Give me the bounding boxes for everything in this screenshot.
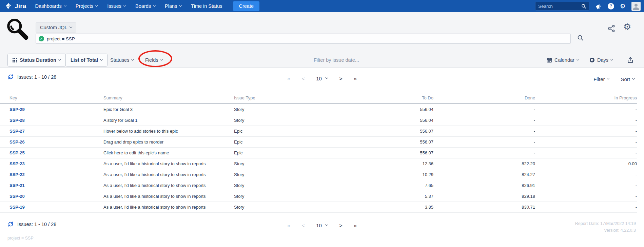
in-progress-value-cell: - [535,180,637,191]
filter-dropdown[interactable]: Filter [593,76,609,82]
jira-brand[interactable]: Jira [5,2,26,10]
time-unit-button[interactable]: Days [589,54,613,66]
done-value-cell: - [433,136,535,147]
in-progress-value-cell: 0.00 [535,158,637,169]
help-icon[interactable]: ? [608,3,614,10]
search-icon[interactable] [581,4,586,9]
chevron-down-icon [326,223,328,226]
jql-echo-label: project = SSP [7,236,34,241]
last-page-button[interactable]: » [354,223,357,228]
prev-page-button[interactable]: < [301,223,305,228]
jql-input-wrap: ✓ [36,34,571,44]
chevron-down-icon [95,4,98,6]
report-date-label: Report Date: 17/Mar/2022 14:19 [575,220,636,227]
issue-key-link[interactable]: SSP-29 [9,107,25,112]
in-progress-value-cell: - [535,169,637,180]
user-avatar[interactable] [631,2,641,11]
prev-page-button[interactable]: < [301,76,305,81]
to-do-value-cell: 7.65 [336,180,433,191]
settings-gear-icon[interactable]: ⚙ [620,3,626,10]
pagination-bottom: « < 10 > » [287,223,357,228]
column-header-key: Key [0,93,103,104]
chevron-down-icon [123,4,126,6]
list-of-total-button[interactable]: List of Total [65,54,108,66]
table-row: SSP-22 As a user, I'd like a historical … [0,169,637,180]
fields-button[interactable]: Fields [145,54,163,66]
first-page-button[interactable]: « [287,223,290,228]
issues-count-bar-bottom: Issues: 1 - 10 / 28 [7,221,56,227]
nav-item-time-in-status[interactable]: Time in Status [191,3,222,9]
nav-item-dashboards[interactable]: Dashboards [35,3,66,9]
report-type-button[interactable]: Status Duration [7,54,66,66]
calendar-button[interactable]: Calendar [547,54,579,66]
issue-key-link[interactable]: SSP-26 [9,139,25,145]
announcements-megaphone-icon[interactable] [595,3,602,10]
chevron-down-icon [131,58,134,60]
nav-item-issues[interactable]: Issues [107,3,126,9]
issue-key-link[interactable]: SSP-21 [9,183,25,188]
column-header-done: Done [433,93,535,104]
nav-search-input[interactable] [538,4,579,9]
issue-key-link[interactable]: SSP-20 [9,194,25,199]
to-do-value-cell: 5.37 [336,191,433,202]
jql-input[interactable] [47,36,568,41]
table-row: SSP-26 Drag and drop epics to reorder Ep… [0,136,637,147]
statuses-button[interactable]: Statuses [110,54,134,66]
issue-type-cell: Story [234,169,336,180]
refresh-icon[interactable] [7,74,14,80]
nav-search-box[interactable] [535,2,589,11]
to-do-value-cell: 3.85 [336,202,433,212]
report-content: Issues: 1 - 10 / 28 « < 10 > » Filter So… [0,68,644,247]
done-value-cell: 824.27 [433,169,535,180]
first-page-button[interactable]: « [287,76,290,81]
issues-count-label: Issues: 1 - 10 / 28 [17,74,56,80]
nav-item-projects[interactable]: Projects [76,3,98,9]
issue-key-link[interactable]: SSP-27 [9,129,25,134]
chevron-down-icon [607,77,609,79]
issue-key-link[interactable]: SSP-22 [9,172,25,177]
issues-table: Key Summary Issue Type To Do Done In Pro… [0,93,637,213]
in-progress-value-cell: - [535,202,637,212]
report-settings-gear-icon[interactable]: ⚙ [623,22,631,31]
column-header-issue-type: Issue Type [234,93,336,104]
issue-summary-cell: Drag and drop epics to reorder [103,136,234,147]
page-size-dropdown[interactable]: 10 [316,223,328,228]
create-button[interactable]: Create [233,1,259,11]
to-do-value-cell: 556.04 [336,115,433,126]
issue-summary-cell: As a user, I'd like a historical story t… [103,202,234,212]
page-size-dropdown[interactable]: 10 [316,76,328,81]
next-page-button[interactable]: > [339,223,343,228]
done-value-cell: - [433,126,535,136]
chevron-down-icon [58,58,61,60]
jql-search-icon[interactable] [577,35,584,41]
issue-type-cell: Epic [234,136,336,147]
nav-right-cluster: ? ⚙ [535,2,641,11]
column-header-to-do: To Do [336,93,433,104]
share-icon[interactable] [607,24,616,33]
done-value-cell: 826.91 [433,180,535,191]
refresh-icon[interactable] [7,221,14,227]
issue-key-link[interactable]: SSP-25 [9,150,25,155]
chevron-down-icon [160,58,163,60]
chevron-down-icon [610,58,613,60]
sort-dropdown[interactable]: Sort [621,76,635,82]
in-progress-value-cell: - [535,126,637,136]
issue-type-cell: Epic [234,147,336,158]
query-mode-dropdown[interactable]: Custom JQL [36,22,76,33]
issue-key-link[interactable]: SSP-19 [9,205,25,210]
issue-key-link[interactable]: SSP-28 [9,118,25,123]
table-row: SSP-27 Hover below to add stories to thi… [0,126,637,136]
table-row: SSP-21 As a user, I'd like a historical … [0,180,637,191]
issue-key-link[interactable]: SSP-23 [9,161,25,166]
page: Jira Dashboards Projects Issues Boards P… [0,0,644,247]
to-do-value-cell: 556.04 [336,104,433,115]
nav-item-boards[interactable]: Boards [135,3,155,9]
nav-item-plans[interactable]: Plans [165,3,181,9]
issue-type-cell: Story [234,202,336,212]
issue-date-filter-input[interactable] [314,54,409,66]
export-icon[interactable] [627,56,634,63]
report-toolbar: Status Duration List of Total Statuses F… [0,54,644,66]
last-page-button[interactable]: » [354,76,357,81]
to-do-value-cell: 556.07 [336,126,433,136]
next-page-button[interactable]: > [339,76,343,81]
